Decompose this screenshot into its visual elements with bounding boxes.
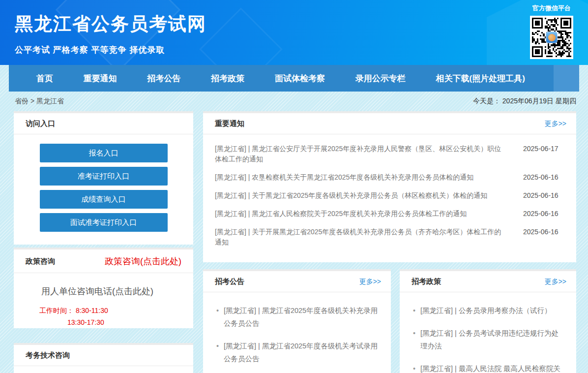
entry-buttons: 报名入口 准考证打印入口 成绩查询入口 面试准考证打印入口 (14, 134, 193, 245)
breadcrumb-row: 省份 > 黑龙江省 今天是： 2025年06月19日 星期四 (0, 92, 588, 111)
nav-item-hiring-publicity[interactable]: 录用公示专栏 (355, 73, 406, 84)
score-query-button[interactable]: 成绩查询入口 (40, 190, 168, 209)
content: 访问入口 报名入口 准考证打印入口 成绩查询入口 面试准考证打印入口 政策咨询 … (0, 111, 588, 373)
notice-date: 2025-06-16 (523, 209, 561, 219)
panel-recruit-policies: 招考政策 更多>> [黑龙江省] | 公务员录用考察办法（试行） [黑龙江省] … (400, 269, 576, 373)
register-entry-button[interactable]: 报名入口 (40, 144, 168, 162)
today-date: 今天是： 2025年06月19日 星期四 (473, 97, 576, 106)
page: 黑龙江省公务员考试网 公平考试 严格考察 平等竞争 择优录取 官方微信平台 首页… (0, 0, 588, 373)
notice-row: [黑龙江省] | 关于黑龙江省2025年度各级机关补充录用公务员（林区检察机关）… (215, 190, 561, 201)
announcement-item[interactable]: [黑龙江省] | 黑龙江省2025年度各级机关补充录用公务员公告 (224, 304, 379, 330)
notice-row: [黑龙江省] | 黑龙江省公安厅关于开展2025年度补充录用人民警察（垦区、林区… (215, 144, 561, 164)
interview-ticket-print-button[interactable]: 面试准考证打印入口 (40, 213, 168, 232)
announcement-item[interactable]: [黑龙江省] | 黑龙江省2025年度各级机关考试录用公务员公告 (224, 340, 379, 365)
notice-row: [黑龙江省] | 农垦检察机关关于黑龙江省2025年度各级机关补充录用公务员体检… (215, 172, 561, 183)
policy-item[interactable]: [黑龙江省] | 公务员考试录用违纪违规行为处理办法 (420, 327, 564, 352)
panel-important-notices: 重要通知 更多>> [黑龙江省] | 黑龙江省公安厅关于开展2025年度补充录用… (203, 111, 576, 262)
notice-link[interactable]: [黑龙江省] | 农垦检察机关关于黑龙江省2025年度各级机关补充录用公务员体检… (215, 172, 506, 183)
notice-date: 2025-06-16 (523, 227, 561, 237)
recruit-announcements-title: 招考公告 (215, 277, 244, 286)
policies-more-link[interactable]: 更多>> (545, 278, 566, 286)
notice-link[interactable]: [黑龙江省] | 关于开展黑龙江省2025年度各级机关补充录用公务员（齐齐哈尔考… (215, 227, 506, 248)
wechat-qr-label: 官方微信平台 (530, 4, 573, 13)
panel-access-entries: 访问入口 报名入口 准考证打印入口 成绩查询入口 面试准考证打印入口 (14, 111, 193, 245)
nav-tail-block (554, 65, 579, 92)
notice-date: 2025-06-16 (523, 190, 561, 201)
breadcrumb[interactable]: 省份 > 黑龙江省 (15, 97, 64, 106)
site-title: 黑龙江省公务员考试网 (15, 12, 206, 36)
divider (14, 273, 193, 273)
wechat-qr-code (530, 16, 573, 59)
main-nav: 首页 重要通知 招考公告 招考政策 面试体检考察 录用公示专栏 相关下载(照片处… (9, 65, 579, 92)
important-notices-header: 重要通知 更多>> (203, 113, 576, 134)
working-hours-line1: 工作时间： 8:30-11:30 (39, 305, 193, 316)
nav-item-recruit-policies[interactable]: 招考政策 (211, 73, 244, 84)
policy-consult-link[interactable]: 政策咨询(点击此处) (105, 255, 181, 267)
notice-link[interactable]: [黑龙江省] | 黑龙江省人民检察院关于2025年度机关补充录用公务员体检工作的… (215, 209, 506, 219)
notice-row: [黑龙江省] | 黑龙江省人民检察院关于2025年度机关补充录用公务员体检工作的… (215, 209, 561, 219)
recruit-policies-header: 招考政策 更多>> (400, 271, 576, 292)
notices-more-link[interactable]: 更多>> (545, 120, 566, 128)
main-column: 重要通知 更多>> [黑龙江省] | 黑龙江省公安厅关于开展2025年度补充录用… (203, 111, 576, 373)
wechat-qr-block: 官方微信平台 (530, 4, 573, 59)
tech-consult-title: 考务技术咨询 (26, 351, 70, 360)
access-entries-title: 访问入口 (26, 119, 55, 128)
policy-consult-title: 政策咨询 (26, 257, 55, 266)
notice-link[interactable]: [黑龙江省] | 黑龙江省公安厅关于开展2025年度补充录用人民警察（垦区、林区… (215, 144, 506, 164)
policy-item[interactable]: [黑龙江省] | 公务员录用考察办法（试行） (420, 304, 564, 317)
admission-ticket-print-button[interactable]: 准考证打印入口 (40, 167, 168, 186)
nav-item-important-notices[interactable]: 重要通知 (84, 73, 117, 84)
panel-tech-consult: 考务技术咨询 (14, 343, 193, 373)
policy-list: [黑龙江省] | 公务员录用考察办法（试行） [黑龙江省] | 公务员考试录用违… (400, 292, 576, 373)
header-text: 黑龙江省公务员考试网 公平考试 严格考察 平等竞争 择优录取 (15, 12, 206, 56)
notice-date: 2025-06-17 (523, 144, 561, 154)
recruit-policies-title: 招考政策 (412, 277, 441, 286)
site-header: 黑龙江省公务员考试网 公平考试 严格考察 平等竞争 择优录取 官方微信平台 (0, 0, 588, 65)
tech-consult-header: 考务技术咨询 (14, 345, 193, 366)
nav-item-home[interactable]: 首页 (36, 73, 53, 84)
notice-list: [黑龙江省] | 黑龙江省公安厅关于开展2025年度补充录用人民警察（垦区、林区… (203, 134, 576, 262)
header-decor-diamond-2 (199, 7, 283, 65)
nav-item-interview-physical[interactable]: 面试体检考察 (275, 73, 325, 84)
access-entries-header: 访问入口 (14, 113, 193, 134)
bottom-row: 招考公告 更多>> [黑龙江省] | 黑龙江省2025年度各级机关补充录用公务员… (203, 269, 576, 373)
working-hours: 工作时间： 8:30-11:30 13:30-17:30 (39, 305, 193, 328)
announcement-list: [黑龙江省] | 黑龙江省2025年度各级机关补充录用公务员公告 [黑龙江省] … (203, 292, 391, 373)
site-slogan: 公平考试 严格考察 平等竞争 择优录取 (15, 44, 206, 56)
nav-item-recruit-announcements[interactable]: 招考公告 (147, 73, 181, 84)
divider (14, 366, 193, 366)
policy-item[interactable]: [黑龙江省] | 最高人民法院 最高人民检察院关于办理组织考试作弊等刑事案件适用… (420, 362, 564, 373)
policy-consult-header: 政策咨询 政策咨询(点击此处) (14, 249, 193, 273)
working-hours-line2: 13:30-17:30 (39, 316, 193, 328)
announcements-more-link[interactable]: 更多>> (359, 278, 381, 286)
nav-item-downloads[interactable]: 相关下载(照片处理工具) (436, 73, 525, 84)
panel-recruit-announcements: 招考公告 更多>> [黑龙江省] | 黑龙江省2025年度各级机关补充录用公务员… (203, 269, 391, 373)
nav-items: 首页 重要通知 招考公告 招考政策 面试体检考察 录用公示专栏 相关下载(照片处… (9, 65, 554, 92)
recruit-announcements-header: 招考公告 更多>> (203, 271, 391, 292)
panel-policy-consult: 政策咨询 政策咨询(点击此处) 用人单位咨询电话(点击此处) 工作时间： 8:3… (14, 248, 193, 328)
notice-date: 2025-06-16 (523, 172, 561, 183)
employer-phone-link[interactable]: 用人单位咨询电话(点击此处) (41, 285, 181, 297)
notice-row: [黑龙江省] | 关于开展黑龙江省2025年度各级机关补充录用公务员（齐齐哈尔考… (215, 227, 561, 248)
sidebar: 访问入口 报名入口 准考证打印入口 成绩查询入口 面试准考证打印入口 政策咨询 … (14, 111, 193, 373)
qr-center-logo-icon (546, 31, 558, 43)
notice-link[interactable]: [黑龙江省] | 关于黑龙江省2025年度各级机关补充录用公务员（林区检察机关）… (215, 190, 506, 201)
important-notices-title: 重要通知 (215, 119, 244, 128)
